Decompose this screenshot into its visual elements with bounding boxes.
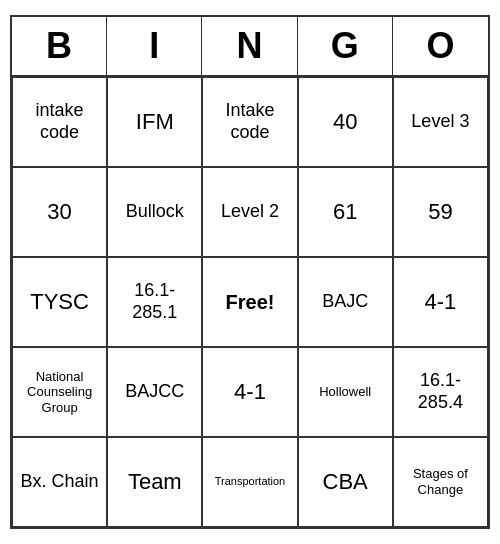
header-letter: N [202, 17, 297, 75]
bingo-cell: Transportation [202, 437, 297, 527]
header-letter: B [12, 17, 107, 75]
bingo-cell: Hollowell [298, 347, 393, 437]
bingo-cell: Intake code [202, 77, 297, 167]
bingo-cell: Stages of Change [393, 437, 488, 527]
bingo-cell: Bx. Chain [12, 437, 107, 527]
header-letter: G [298, 17, 393, 75]
bingo-cell: National Counseling Group [12, 347, 107, 437]
bingo-cell: 4-1 [202, 347, 297, 437]
bingo-cell: TYSC [12, 257, 107, 347]
bingo-cell: Free! [202, 257, 297, 347]
bingo-cell: BAJC [298, 257, 393, 347]
bingo-cell: 30 [12, 167, 107, 257]
bingo-cell: IFM [107, 77, 202, 167]
bingo-cell: intake code [12, 77, 107, 167]
bingo-cell: BAJCC [107, 347, 202, 437]
bingo-cell: Bullock [107, 167, 202, 257]
bingo-cell: CBA [298, 437, 393, 527]
bingo-cell: 4-1 [393, 257, 488, 347]
bingo-cell: Level 2 [202, 167, 297, 257]
header-letter: O [393, 17, 488, 75]
bingo-cell: Level 3 [393, 77, 488, 167]
bingo-grid: intake codeIFMIntake code40Level 330Bull… [12, 77, 488, 527]
bingo-cell: 61 [298, 167, 393, 257]
bingo-cell: 59 [393, 167, 488, 257]
bingo-cell: 16.1-285.4 [393, 347, 488, 437]
bingo-cell: 16.1-285.1 [107, 257, 202, 347]
bingo-cell: 40 [298, 77, 393, 167]
bingo-header: BINGO [12, 17, 488, 77]
bingo-card: BINGO intake codeIFMIntake code40Level 3… [10, 15, 490, 529]
bingo-cell: Team [107, 437, 202, 527]
header-letter: I [107, 17, 202, 75]
